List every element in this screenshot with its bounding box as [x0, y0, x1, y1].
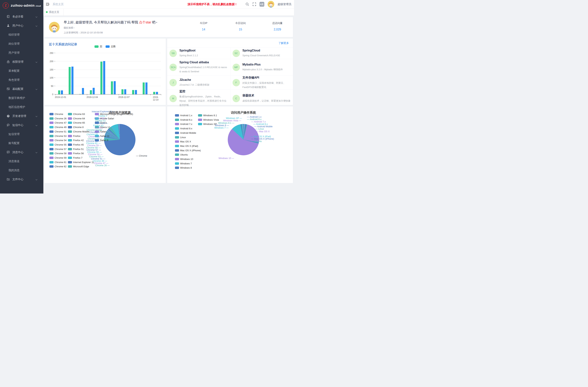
sidebar-subitem-sms-center[interactable]: 账号配置 [0, 139, 43, 148]
header-actions: 演示环境维护不易，请勿乱删乱改数据！ A文 超级管理员 [188, 1, 292, 8]
tab-bar: 系统主页 [43, 9, 294, 16]
pie-legend-item[interactable]: Chrome 57 [49, 148, 66, 150]
bar-您 [100, 61, 103, 94]
pie-legend-item[interactable]: Chrome Mobile [68, 130, 89, 133]
legend-label: Firefox 56 [73, 152, 84, 155]
pie-legend-item[interactable]: Internet Explorer 11 [68, 161, 94, 164]
pie-browser[interactable] [104, 124, 135, 155]
pie-legend-item[interactable]: Firefox 42 [68, 139, 84, 142]
star-link[interactable]: 点个star [139, 20, 151, 24]
search-icon[interactable] [246, 2, 249, 6]
pie-legend-item[interactable]: Chrome 59 [49, 156, 66, 159]
pie-legend-item[interactable]: Ubuntu [175, 153, 188, 156]
app-title: zuihou-admin [11, 3, 35, 8]
legend-swatch [68, 139, 72, 142]
pie-legend-item[interactable]: Firefox 51 [68, 148, 84, 150]
pie-legend-item[interactable]: Chrome 53 [49, 135, 66, 137]
pie-legend-item[interactable]: Firefox 56 [68, 152, 84, 155]
sidebar-item-label: 消息中心 [12, 150, 23, 154]
sidebar-subitem-user-center[interactable]: 用户管理 [0, 48, 43, 57]
legend-swatch [105, 45, 110, 48]
legend-label: Chrome 8 [73, 126, 84, 129]
sidebar-item-base-config[interactable]: 基础配置 [0, 84, 43, 94]
tech-avatar: SC [232, 50, 240, 57]
pie-legend-item[interactable]: Chrome 65 [68, 121, 85, 124]
sidebar-item-message-center[interactable]: 消息中心 [0, 148, 43, 157]
sidebar-item-file-center[interactable]: 文件中心 [0, 175, 43, 184]
pie-legend-item[interactable]: Android 8.x [175, 127, 192, 130]
pie-legend-item[interactable]: Firefox 45 [68, 143, 84, 146]
pie-legend-item[interactable]: Chrome 26 [49, 117, 66, 120]
pie-legend-item[interactable]: Windows Vista [198, 119, 219, 121]
pie-legend-item[interactable]: Chrome 54 [49, 139, 66, 142]
pie-legend-item[interactable]: Windows 8 [175, 166, 192, 169]
legend-swatch [175, 149, 179, 152]
legend-label: Firefox 7 [73, 156, 83, 159]
font-size-icon[interactable]: A文 [259, 2, 264, 7]
legend-label: Chrome 26 [55, 117, 66, 120]
legend-swatch [175, 127, 179, 130]
pie-legend-item[interactable]: Windows 8.1 [198, 114, 217, 117]
pie-legend-item[interactable]: Android 7.x [175, 123, 192, 125]
pie-legend-item[interactable]: Chrome 55 [49, 143, 66, 146]
bar-总数 [114, 81, 116, 94]
folder-plus-icon [7, 178, 10, 181]
fullscreen-icon[interactable] [252, 2, 256, 6]
sidebar-subitem-permission[interactable]: 菜单配置 [0, 66, 43, 75]
pie-legend-item[interactable]: Mac OS X (iPhone) [175, 149, 201, 152]
sidebar-item-must-read[interactable]: 务必详看 [0, 12, 43, 21]
pie-legend-item[interactable]: Mac OS X [175, 140, 191, 143]
username[interactable]: 超级管理员 [278, 2, 292, 6]
sidebar-item-sms-center[interactable]: 短信中心 [0, 121, 43, 130]
pie-legend-item[interactable]: Chrome 58 [49, 152, 66, 155]
legend-label: Chrome 65 [73, 121, 85, 124]
pie-legend-item[interactable]: Chrome 49 [49, 126, 66, 129]
pie-legend-item[interactable]: Chrome 64 [68, 117, 85, 120]
pie-legend-item[interactable]: Chrome 51 [49, 130, 66, 133]
app-title-suffix: cloud [35, 5, 41, 7]
pie-legend-item[interactable]: Linux [175, 136, 186, 139]
stat-value: 15 [232, 28, 249, 31]
pie-legend-item[interactable]: Chrome 63 [68, 113, 85, 116]
pie-legend-item[interactable]: Firefox 7 [68, 156, 83, 159]
pie-legend-item[interactable]: Mac OS X (iPad) [175, 145, 198, 147]
sidebar-item-permission[interactable]: 权限管理 [0, 57, 43, 66]
pie-legend-item[interactable]: Android 1.x [175, 114, 192, 117]
pie-legend-item[interactable]: Android 6.x [175, 119, 192, 121]
user-avatar[interactable] [268, 1, 274, 8]
legend-swatch [94, 45, 99, 48]
sidebar-subitem-sms-center[interactable]: 短信管理 [0, 130, 43, 139]
menu-fold-icon[interactable] [46, 3, 49, 6]
pie-legend-item[interactable]: Windows 7 [175, 162, 192, 165]
legend-item[interactable]: 总数 [105, 45, 116, 48]
pie-legend-item[interactable]: Chrome 61 [49, 161, 66, 164]
sidebar-item-developer[interactable]: 开发者管理 [0, 112, 43, 121]
sidebar-subitem-permission[interactable]: 角色管理 [0, 75, 43, 84]
legend-label: 总数 [111, 45, 116, 48]
legend-item[interactable]: 您 [94, 45, 102, 48]
pie-legend-item[interactable]: Firefox [68, 135, 81, 137]
legend-label: Windows 7 [180, 162, 192, 165]
os-pie-card: Android 1.xAndroid 6.xAndroid 7.xAndroid… [167, 106, 293, 183]
pie-callout-label: — Chrome [136, 155, 147, 157]
pie-legend-item[interactable]: Windows 10 [175, 158, 193, 161]
sidebar-subitem-user-center[interactable]: 岗位管理 [0, 39, 43, 48]
legend-swatch [68, 157, 72, 159]
sidebar-subitem-message-center[interactable]: 我的消息 [0, 166, 43, 175]
pie-legend-item[interactable]: Microsoft Edge [68, 165, 89, 168]
tech-avatar: SCA [169, 64, 177, 71]
learn-more-link[interactable]: 了解更多 [278, 41, 289, 45]
sidebar-subitem-base-config[interactable]: 地区信息维护 [0, 102, 43, 112]
pie-legend-item[interactable]: Chrome 8 [68, 126, 84, 129]
pie-legend-item[interactable]: Windows XP [198, 123, 217, 125]
pie-legend-item[interactable]: Chrome [49, 113, 63, 116]
sidebar-subitem-message-center[interactable]: 消息推送 [0, 157, 43, 166]
tab-system-home[interactable]: 系统主页 [43, 9, 63, 16]
sidebar-subitem-base-config[interactable]: 数据字典维护 [0, 94, 43, 102]
sidebar-item-user-center[interactable]: 用户中心 [0, 21, 43, 30]
pie-legend-item[interactable]: Chrome 62 [49, 165, 66, 168]
pie-legend-item[interactable]: Android Mobile [175, 132, 196, 134]
sidebar-subitem-user-center[interactable]: 组织管理 [0, 30, 43, 39]
legend-label: Android Mobile [180, 132, 196, 134]
pie-legend-item[interactable]: Chrome 47 [49, 121, 66, 124]
